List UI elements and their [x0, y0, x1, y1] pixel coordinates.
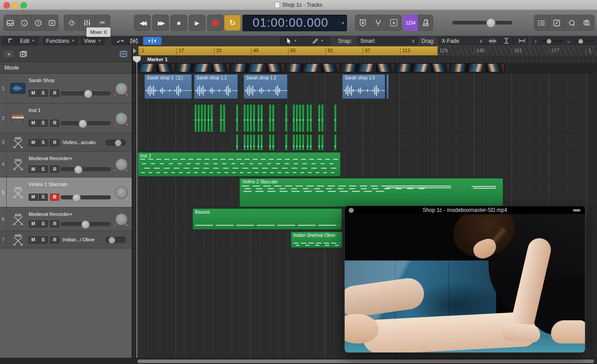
- track-name[interactable]: Violins...accato: [63, 140, 96, 145]
- midi-region-small[interactable]: [334, 134, 337, 150]
- stop-button[interactable]: ■: [171, 15, 187, 31]
- toolbar-toggle-icon[interactable]: [45, 15, 58, 31]
- record-enable-button[interactable]: R: [50, 194, 59, 201]
- vertical-auto-zoom-icon[interactable]: [500, 37, 513, 45]
- zoom-window-button[interactable]: [21, 2, 27, 8]
- horizontal-zoom-slider[interactable]: [575, 40, 594, 42]
- smart-controls-icon[interactable]: [64, 15, 79, 31]
- track-volume-slider[interactable]: [105, 140, 126, 146]
- record-enable-button[interactable]: R: [50, 139, 59, 146]
- movie-window-titlebar[interactable]: Shop 1c - insideboxmaster-SD.mp4: [345, 206, 585, 214]
- edit-menu[interactable]: Edit▼: [17, 37, 38, 45]
- track-header-1[interactable]: 1Sarah Shop M S R LR: [0, 74, 132, 103]
- pan-knob[interactable]: LR: [113, 213, 129, 227]
- midi-region-small[interactable]: [334, 104, 337, 132]
- midi-region-small[interactable]: [285, 104, 288, 132]
- drag-dropdown[interactable]: X-Fade ▲▼: [438, 37, 486, 45]
- track-header-7[interactable]: 7 M S RIndian...i Oboe: [0, 231, 132, 248]
- movie-global-track-header[interactable]: Movie: [0, 62, 132, 74]
- mute-button[interactable]: M: [29, 194, 38, 201]
- midi-region[interactable]: Indian Shehnai Oboe: [291, 232, 342, 248]
- quick-help-icon[interactable]: ?: [31, 15, 45, 31]
- horizontal-scrollbar[interactable]: [138, 360, 594, 363]
- mute-button[interactable]: M: [29, 139, 38, 146]
- cycle-button[interactable]: ↻: [224, 15, 241, 31]
- midi-region-small[interactable]: [292, 134, 295, 150]
- media-browser-icon[interactable]: ♪: [580, 15, 594, 31]
- midi-region-small[interactable]: [253, 134, 255, 150]
- audio-region[interactable]: Sarah shop 1.1: [194, 74, 238, 99]
- tuner-icon[interactable]: [371, 15, 386, 31]
- pan-knob[interactable]: LR: [113, 112, 129, 126]
- midi-region-small[interactable]: [302, 104, 305, 132]
- record-enable-button[interactable]: R: [50, 120, 59, 127]
- midi-region[interactable]: Violins 2 Staccato: [239, 178, 503, 207]
- pan-knob[interactable]: LR: [113, 186, 129, 200]
- record-enable-button[interactable]: R: [50, 220, 59, 228]
- left-click-tool-menu[interactable]: ▼: [280, 37, 304, 45]
- duplicate-track-button[interactable]: [18, 50, 29, 58]
- audio-region[interactable]: Sarah shop 1.2: [243, 74, 288, 99]
- pan-knob[interactable]: LR: [113, 83, 129, 96]
- solo-button[interactable]: S: [38, 90, 48, 97]
- midi-region-small[interactable]: [306, 134, 309, 150]
- lcd-display[interactable]: 01:00:00.000 ▼: [242, 15, 347, 31]
- midi-region-small[interactable]: [220, 104, 222, 132]
- midi-region-small[interactable]: [296, 104, 298, 132]
- master-volume-slider[interactable]: [452, 21, 512, 25]
- midi-region-small[interactable]: [318, 134, 321, 150]
- midi-region-small[interactable]: [246, 134, 249, 150]
- track-name[interactable]: Sarah Shop: [29, 78, 54, 83]
- midi-region-small[interactable]: [250, 134, 252, 150]
- close-window-button[interactable]: [4, 2, 10, 8]
- pan-knob[interactable]: LR: [113, 158, 129, 172]
- marker-track[interactable]: Marker 1: [133, 56, 597, 63]
- count-in-button[interactable]: 1234: [403, 15, 418, 31]
- midi-region-small[interactable]: [292, 104, 295, 132]
- track-name[interactable]: Inst 1: [29, 108, 41, 113]
- track-header-options-button[interactable]: [118, 50, 129, 58]
- audio-region[interactable]: [386, 74, 389, 99]
- mute-button[interactable]: M: [29, 220, 38, 228]
- midi-region-small[interactable]: [302, 134, 305, 150]
- midi-region-small[interactable]: [260, 104, 263, 132]
- track-header-3[interactable]: 3 M S RViolins...accato: [0, 133, 132, 152]
- snap-dropdown[interactable]: Smart ▲▼: [357, 37, 418, 45]
- master-volume-thumb[interactable]: [486, 18, 496, 28]
- midi-region-small[interactable]: [236, 104, 238, 132]
- midi-region-small[interactable]: [223, 104, 225, 132]
- midi-region-small[interactable]: [257, 104, 260, 132]
- midi-region-small[interactable]: [272, 104, 275, 132]
- mute-button[interactable]: M: [29, 120, 38, 127]
- midi-region-small[interactable]: [236, 134, 238, 150]
- movie-filmstrip[interactable]: [138, 63, 505, 72]
- record-enable-button[interactable]: R: [50, 165, 59, 173]
- movie-window[interactable]: Shop 1c - insideboxmaster-SD.mp4: [345, 206, 585, 352]
- add-track-button[interactable]: +: [4, 50, 14, 58]
- loop-browser-icon[interactable]: [564, 15, 580, 31]
- track-name[interactable]: Violins 1 Staccato: [29, 182, 67, 187]
- record-enable-button[interactable]: R: [50, 236, 59, 244]
- solo-mode-icon[interactable]: S: [386, 15, 401, 31]
- list-editors-icon[interactable]: [534, 15, 549, 31]
- solo-button[interactable]: S: [38, 236, 48, 244]
- mute-button[interactable]: M: [29, 165, 38, 173]
- midi-region-small[interactable]: [207, 104, 210, 132]
- solo-button[interactable]: S: [38, 139, 48, 146]
- midi-region-small[interactable]: [253, 104, 255, 132]
- bar-ruler[interactable]: 11733496581971131291451611771: [133, 46, 597, 56]
- solo-button[interactable]: S: [38, 120, 48, 127]
- midi-region-small[interactable]: [299, 134, 301, 150]
- midi-region-small[interactable]: [243, 104, 246, 132]
- midi-region-small[interactable]: [200, 104, 203, 132]
- midi-region-small[interactable]: [243, 134, 246, 150]
- library-drawer-icon[interactable]: [4, 15, 17, 31]
- midi-region-small[interactable]: [321, 104, 324, 132]
- note-pads-icon[interactable]: [549, 15, 564, 31]
- minimize-window-button[interactable]: [12, 2, 18, 8]
- functions-menu[interactable]: Functions▼: [43, 37, 78, 45]
- midi-region-small[interactable]: [250, 104, 252, 132]
- track-volume-slider[interactable]: [61, 167, 111, 171]
- flex-icon[interactable]: [125, 37, 143, 45]
- midi-region-small[interactable]: [260, 134, 263, 150]
